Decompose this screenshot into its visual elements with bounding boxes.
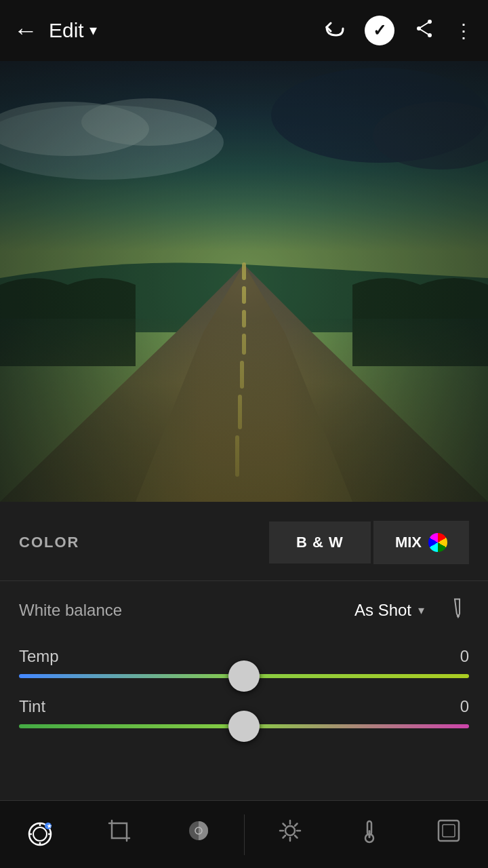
divider-1 <box>0 580 488 581</box>
edit-label: Edit <box>49 19 84 42</box>
nav-item-effects[interactable] <box>415 808 483 862</box>
svg-line-4 <box>419 28 430 35</box>
back-button[interactable]: ← <box>14 16 38 45</box>
svg-text:★: ★ <box>47 823 52 829</box>
tint-thumb[interactable] <box>228 711 260 742</box>
mix-label: MIX <box>395 534 422 551</box>
eyedropper-button[interactable] <box>443 594 474 626</box>
effects-icon <box>436 818 462 849</box>
svg-rect-29 <box>368 830 370 838</box>
temp-track[interactable] <box>19 674 469 678</box>
nav-item-presets[interactable]: ★ <box>6 808 74 862</box>
svg-rect-31 <box>443 825 455 837</box>
more-button[interactable]: ⋮ <box>454 20 474 42</box>
white-balance-label: White balance <box>19 601 344 620</box>
svg-rect-30 <box>439 821 459 841</box>
tint-slider-row: Tint 0 <box>19 697 469 728</box>
crop-icon <box>106 818 132 849</box>
bottom-nav: ★ <box>0 800 488 868</box>
nav-divider <box>244 814 245 855</box>
title-chevron: ▾ <box>89 22 97 39</box>
sliders-section: Temp 0 Tint 0 <box>0 636 488 753</box>
color-icon <box>357 818 382 849</box>
tint-value: 0 <box>460 697 469 716</box>
white-balance-value: As Shot <box>354 601 411 620</box>
svg-rect-23 <box>112 823 127 838</box>
presets-icon-wrap: ★ <box>26 821 54 849</box>
tint-label: Tint <box>19 697 45 716</box>
color-label: COLOR <box>19 534 269 551</box>
bw-tab[interactable]: B & W <box>269 521 371 564</box>
mix-color-icon <box>428 533 447 552</box>
nav-item-light[interactable] <box>256 808 324 862</box>
confirm-button[interactable]: ✓ <box>365 16 394 45</box>
svg-point-26 <box>285 826 295 835</box>
temp-label: Temp <box>19 647 59 666</box>
mix-tab[interactable]: MIX <box>373 521 469 564</box>
light-icon <box>277 818 303 849</box>
white-balance-row: White balance As Shot ▾ <box>0 584 488 636</box>
nav-item-crop[interactable] <box>85 808 153 862</box>
edit-title[interactable]: Edit ▾ <box>49 19 313 42</box>
undo-button[interactable] <box>324 18 346 44</box>
top-bar-actions: ✓ ⋮ <box>324 16 474 45</box>
selective-icon <box>186 818 211 849</box>
photo-preview <box>0 61 488 502</box>
temp-slider-row: Temp 0 <box>19 647 469 678</box>
photo-overlay <box>0 61 488 502</box>
share-button[interactable] <box>413 18 435 44</box>
svg-line-3 <box>419 22 430 28</box>
svg-point-20 <box>33 827 47 841</box>
nav-item-selective[interactable] <box>165 808 232 862</box>
top-bar: ← Edit ▾ ✓ ⋮ <box>0 0 488 61</box>
color-tabs-row: COLOR B & W MIX <box>0 502 488 578</box>
nav-item-color[interactable] <box>336 808 403 862</box>
dropdown-arrow-icon: ▾ <box>418 603 424 618</box>
svg-rect-17 <box>0 61 488 502</box>
temp-value: 0 <box>460 647 469 666</box>
white-balance-dropdown[interactable]: As Shot ▾ <box>354 601 424 620</box>
tint-track[interactable] <box>19 724 469 728</box>
temp-thumb[interactable] <box>228 660 260 692</box>
